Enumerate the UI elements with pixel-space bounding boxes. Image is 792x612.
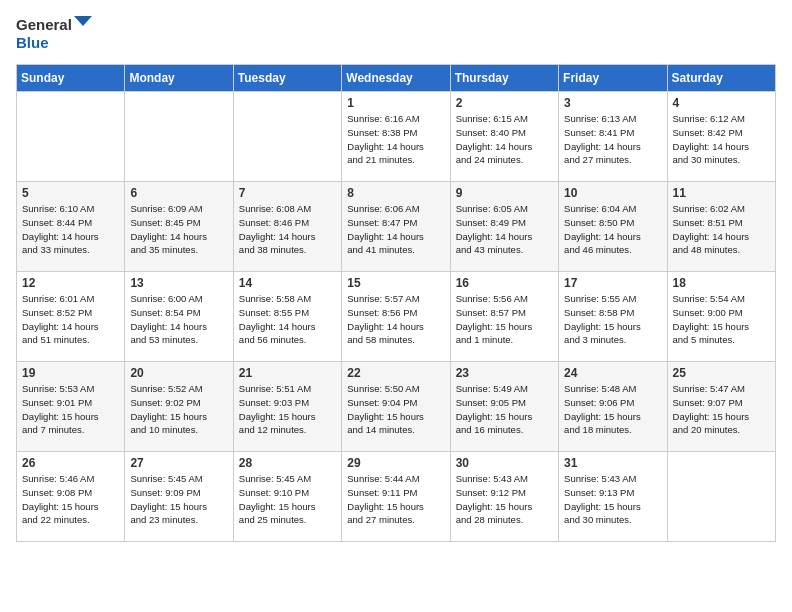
calendar-cell: 6Sunrise: 6:09 AM Sunset: 8:45 PM Daylig… <box>125 182 233 272</box>
calendar-cell: 14Sunrise: 5:58 AM Sunset: 8:55 PM Dayli… <box>233 272 341 362</box>
day-info: Sunrise: 5:58 AM Sunset: 8:55 PM Dayligh… <box>239 292 336 347</box>
calendar-cell: 9Sunrise: 6:05 AM Sunset: 8:49 PM Daylig… <box>450 182 558 272</box>
calendar-cell: 1Sunrise: 6:16 AM Sunset: 8:38 PM Daylig… <box>342 92 450 182</box>
day-number: 27 <box>130 456 227 470</box>
day-info: Sunrise: 6:12 AM Sunset: 8:42 PM Dayligh… <box>673 112 770 167</box>
day-number: 2 <box>456 96 553 110</box>
calendar-cell <box>17 92 125 182</box>
day-number: 6 <box>130 186 227 200</box>
calendar-cell <box>233 92 341 182</box>
calendar-cell: 7Sunrise: 6:08 AM Sunset: 8:46 PM Daylig… <box>233 182 341 272</box>
day-number: 14 <box>239 276 336 290</box>
logo-container: General Blue <box>16 16 92 52</box>
weekday-header-friday: Friday <box>559 65 667 92</box>
week-row-5: 26Sunrise: 5:46 AM Sunset: 9:08 PM Dayli… <box>17 452 776 542</box>
day-info: Sunrise: 5:47 AM Sunset: 9:07 PM Dayligh… <box>673 382 770 437</box>
day-number: 19 <box>22 366 119 380</box>
week-row-1: 1Sunrise: 6:16 AM Sunset: 8:38 PM Daylig… <box>17 92 776 182</box>
day-number: 21 <box>239 366 336 380</box>
day-number: 25 <box>673 366 770 380</box>
calendar-cell: 20Sunrise: 5:52 AM Sunset: 9:02 PM Dayli… <box>125 362 233 452</box>
calendar-cell: 13Sunrise: 6:00 AM Sunset: 8:54 PM Dayli… <box>125 272 233 362</box>
calendar-cell: 24Sunrise: 5:48 AM Sunset: 9:06 PM Dayli… <box>559 362 667 452</box>
day-info: Sunrise: 6:02 AM Sunset: 8:51 PM Dayligh… <box>673 202 770 257</box>
day-number: 16 <box>456 276 553 290</box>
calendar-cell: 26Sunrise: 5:46 AM Sunset: 9:08 PM Dayli… <box>17 452 125 542</box>
calendar-cell: 12Sunrise: 6:01 AM Sunset: 8:52 PM Dayli… <box>17 272 125 362</box>
day-info: Sunrise: 6:08 AM Sunset: 8:46 PM Dayligh… <box>239 202 336 257</box>
day-number: 26 <box>22 456 119 470</box>
weekday-header-sunday: Sunday <box>17 65 125 92</box>
weekday-header-saturday: Saturday <box>667 65 775 92</box>
day-info: Sunrise: 5:54 AM Sunset: 9:00 PM Dayligh… <box>673 292 770 347</box>
day-number: 1 <box>347 96 444 110</box>
day-info: Sunrise: 5:50 AM Sunset: 9:04 PM Dayligh… <box>347 382 444 437</box>
weekday-header-tuesday: Tuesday <box>233 65 341 92</box>
day-number: 28 <box>239 456 336 470</box>
day-info: Sunrise: 6:04 AM Sunset: 8:50 PM Dayligh… <box>564 202 661 257</box>
page-header: General Blue <box>16 16 776 52</box>
calendar-cell: 18Sunrise: 5:54 AM Sunset: 9:00 PM Dayli… <box>667 272 775 362</box>
calendar-cell: 31Sunrise: 5:43 AM Sunset: 9:13 PM Dayli… <box>559 452 667 542</box>
calendar-cell: 4Sunrise: 6:12 AM Sunset: 8:42 PM Daylig… <box>667 92 775 182</box>
day-info: Sunrise: 5:48 AM Sunset: 9:06 PM Dayligh… <box>564 382 661 437</box>
weekday-header-thursday: Thursday <box>450 65 558 92</box>
day-number: 15 <box>347 276 444 290</box>
day-info: Sunrise: 6:06 AM Sunset: 8:47 PM Dayligh… <box>347 202 444 257</box>
day-info: Sunrise: 6:00 AM Sunset: 8:54 PM Dayligh… <box>130 292 227 347</box>
day-info: Sunrise: 5:52 AM Sunset: 9:02 PM Dayligh… <box>130 382 227 437</box>
day-number: 13 <box>130 276 227 290</box>
day-number: 31 <box>564 456 661 470</box>
logo-blue: Blue <box>16 34 92 52</box>
week-row-2: 5Sunrise: 6:10 AM Sunset: 8:44 PM Daylig… <box>17 182 776 272</box>
day-info: Sunrise: 6:13 AM Sunset: 8:41 PM Dayligh… <box>564 112 661 167</box>
day-info: Sunrise: 5:43 AM Sunset: 9:13 PM Dayligh… <box>564 472 661 527</box>
day-number: 29 <box>347 456 444 470</box>
day-number: 7 <box>239 186 336 200</box>
logo: General Blue <box>16 16 92 52</box>
day-number: 11 <box>673 186 770 200</box>
day-info: Sunrise: 5:55 AM Sunset: 8:58 PM Dayligh… <box>564 292 661 347</box>
day-number: 10 <box>564 186 661 200</box>
weekday-header-monday: Monday <box>125 65 233 92</box>
calendar-cell: 15Sunrise: 5:57 AM Sunset: 8:56 PM Dayli… <box>342 272 450 362</box>
day-number: 9 <box>456 186 553 200</box>
day-info: Sunrise: 6:15 AM Sunset: 8:40 PM Dayligh… <box>456 112 553 167</box>
logo-arrow-icon <box>74 16 92 34</box>
calendar-cell: 19Sunrise: 5:53 AM Sunset: 9:01 PM Dayli… <box>17 362 125 452</box>
weekday-header-wednesday: Wednesday <box>342 65 450 92</box>
calendar-cell: 10Sunrise: 6:04 AM Sunset: 8:50 PM Dayli… <box>559 182 667 272</box>
day-info: Sunrise: 5:49 AM Sunset: 9:05 PM Dayligh… <box>456 382 553 437</box>
day-info: Sunrise: 5:53 AM Sunset: 9:01 PM Dayligh… <box>22 382 119 437</box>
day-info: Sunrise: 5:45 AM Sunset: 9:09 PM Dayligh… <box>130 472 227 527</box>
day-info: Sunrise: 5:46 AM Sunset: 9:08 PM Dayligh… <box>22 472 119 527</box>
day-info: Sunrise: 5:56 AM Sunset: 8:57 PM Dayligh… <box>456 292 553 347</box>
day-number: 17 <box>564 276 661 290</box>
calendar-cell: 8Sunrise: 6:06 AM Sunset: 8:47 PM Daylig… <box>342 182 450 272</box>
day-info: Sunrise: 6:10 AM Sunset: 8:44 PM Dayligh… <box>22 202 119 257</box>
calendar-cell: 27Sunrise: 5:45 AM Sunset: 9:09 PM Dayli… <box>125 452 233 542</box>
day-number: 22 <box>347 366 444 380</box>
day-info: Sunrise: 6:05 AM Sunset: 8:49 PM Dayligh… <box>456 202 553 257</box>
day-info: Sunrise: 6:16 AM Sunset: 8:38 PM Dayligh… <box>347 112 444 167</box>
weekday-header-row: SundayMondayTuesdayWednesdayThursdayFrid… <box>17 65 776 92</box>
calendar-cell: 5Sunrise: 6:10 AM Sunset: 8:44 PM Daylig… <box>17 182 125 272</box>
day-number: 30 <box>456 456 553 470</box>
day-number: 4 <box>673 96 770 110</box>
logo-general: General <box>16 16 72 34</box>
day-number: 12 <box>22 276 119 290</box>
calendar-table: SundayMondayTuesdayWednesdayThursdayFrid… <box>16 64 776 542</box>
calendar-cell: 11Sunrise: 6:02 AM Sunset: 8:51 PM Dayli… <box>667 182 775 272</box>
calendar-cell: 30Sunrise: 5:43 AM Sunset: 9:12 PM Dayli… <box>450 452 558 542</box>
day-info: Sunrise: 5:45 AM Sunset: 9:10 PM Dayligh… <box>239 472 336 527</box>
calendar-cell: 22Sunrise: 5:50 AM Sunset: 9:04 PM Dayli… <box>342 362 450 452</box>
day-number: 18 <box>673 276 770 290</box>
calendar-cell: 16Sunrise: 5:56 AM Sunset: 8:57 PM Dayli… <box>450 272 558 362</box>
week-row-4: 19Sunrise: 5:53 AM Sunset: 9:01 PM Dayli… <box>17 362 776 452</box>
day-info: Sunrise: 6:01 AM Sunset: 8:52 PM Dayligh… <box>22 292 119 347</box>
calendar-cell: 21Sunrise: 5:51 AM Sunset: 9:03 PM Dayli… <box>233 362 341 452</box>
day-number: 24 <box>564 366 661 380</box>
calendar-cell: 23Sunrise: 5:49 AM Sunset: 9:05 PM Dayli… <box>450 362 558 452</box>
day-info: Sunrise: 5:44 AM Sunset: 9:11 PM Dayligh… <box>347 472 444 527</box>
day-number: 3 <box>564 96 661 110</box>
